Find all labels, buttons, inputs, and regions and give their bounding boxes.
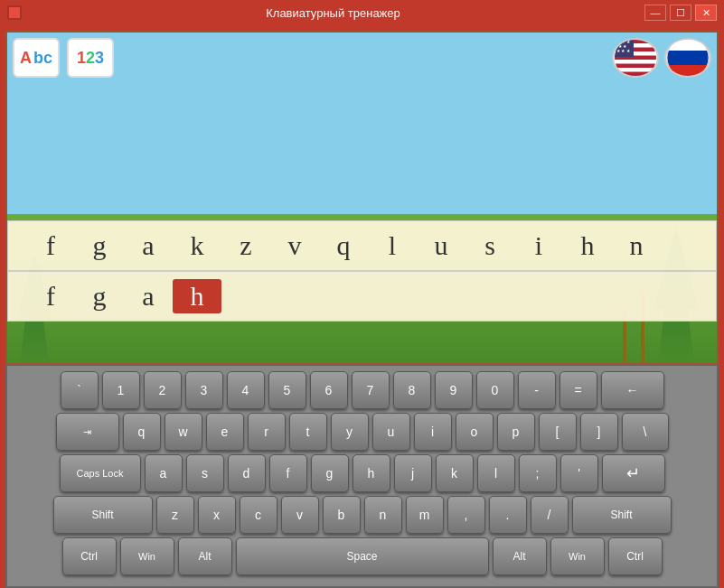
window-controls: — ☐ ✕ [644, 5, 717, 21]
target-letter-k: k [173, 230, 221, 261]
ru-flag-button[interactable] [664, 38, 711, 78]
key-b[interactable]: b [323, 496, 361, 534]
key-backslash[interactable]: \ [622, 413, 669, 451]
num-mode-button[interactable]: 123 [67, 38, 114, 78]
key-alt-left[interactable]: Alt [178, 537, 232, 575]
key-lbracket[interactable]: [ [539, 413, 577, 451]
key-k[interactable]: k [436, 454, 474, 492]
key-ctrl-left[interactable]: Ctrl [62, 537, 117, 575]
key-capslock[interactable]: Caps Lock [60, 454, 141, 492]
typed-letter-g: g [75, 281, 124, 312]
key-6[interactable]: 6 [310, 371, 348, 409]
target-letter-s: s [465, 230, 514, 261]
typed-letter-f: f [26, 281, 75, 312]
key-z[interactable]: z [156, 496, 194, 534]
keyboard-row-bottom: Ctrl Win Alt Space Alt Win Ctrl [14, 537, 710, 575]
title-bar: Клавиатурный тренажер — ☐ ✕ [0, 0, 724, 25]
key-period[interactable]: . [489, 496, 527, 534]
keyboard-row-numbers: ` 1 2 3 4 5 6 7 8 9 0 - = ← [14, 371, 710, 409]
svg-rect-14 [667, 65, 709, 78]
key-backtick[interactable]: ` [61, 371, 99, 409]
key-d[interactable]: d [228, 454, 266, 492]
us-flag-button[interactable]: ★ ★ ★ ★ ★ ★ ★ ★ [612, 38, 659, 78]
key-h[interactable]: h [353, 454, 390, 492]
key-slash[interactable]: / [531, 496, 569, 534]
key-m[interactable]: m [406, 496, 444, 534]
typed-letter-a: a [124, 281, 173, 312]
svg-rect-2 [615, 60, 656, 64]
key-a[interactable]: a [145, 454, 183, 492]
key-shift-right[interactable]: Shift [572, 496, 672, 534]
key-p[interactable]: p [497, 413, 535, 451]
svg-rect-4 [615, 68, 656, 72]
restore-button[interactable]: ☐ [670, 5, 691, 21]
key-0[interactable]: 0 [476, 371, 514, 409]
key-8[interactable]: 8 [393, 371, 431, 409]
key-9[interactable]: 9 [435, 371, 473, 409]
key-5[interactable]: 5 [268, 371, 306, 409]
key-g[interactable]: g [311, 454, 349, 492]
target-letter-g: g [75, 230, 124, 261]
key-j[interactable]: j [394, 454, 432, 492]
target-letter-n: n [612, 230, 661, 261]
key-v[interactable]: v [281, 496, 319, 534]
keyboard: ` 1 2 3 4 5 6 7 8 9 0 - = ← ⇥ q w e r t … [5, 364, 719, 588]
key-l[interactable]: l [477, 454, 515, 492]
key-rbracket[interactable]: ] [580, 413, 618, 451]
key-o[interactable]: o [456, 413, 494, 451]
key-f[interactable]: f [269, 454, 307, 492]
app-icon [7, 5, 22, 20]
key-space[interactable]: Space [236, 537, 489, 575]
close-button[interactable]: ✕ [695, 5, 717, 21]
key-ctrl-right[interactable]: Ctrl [608, 537, 663, 575]
target-letter-i: i [514, 230, 563, 261]
key-win-right[interactable]: Win [550, 537, 605, 575]
key-7[interactable]: 7 [352, 371, 390, 409]
key-w[interactable]: w [165, 413, 202, 451]
main-content: Abc 123 ★ ★ ★ ★ ★ ★ ★ ★ [0, 25, 724, 588]
key-enter[interactable]: ↵ [602, 454, 665, 492]
key-c[interactable]: c [240, 496, 277, 534]
key-1[interactable]: 1 [102, 371, 140, 409]
keyboard-row-asdf: Caps Lock a s d f g h j k l ; ' ↵ [14, 454, 710, 492]
target-letter-z: z [221, 230, 270, 261]
key-t[interactable]: t [289, 413, 327, 451]
mode-buttons: Abc 123 [13, 38, 114, 78]
keyboard-row-shift: Shift z x c v b n m , . / Shift [14, 496, 710, 534]
key-r[interactable]: r [248, 413, 286, 451]
key-i[interactable]: i [414, 413, 452, 451]
key-2[interactable]: 2 [144, 371, 182, 409]
key-backspace[interactable]: ← [601, 371, 664, 409]
window-title: Клавиатурный тренажер [22, 6, 644, 20]
key-s[interactable]: s [186, 454, 224, 492]
key-x[interactable]: x [198, 496, 236, 534]
typing-input-row: f g a h [7, 271, 717, 322]
key-semicolon[interactable]: ; [519, 454, 557, 492]
key-quote[interactable]: ' [560, 454, 598, 492]
target-letter-a: a [124, 230, 173, 261]
key-shift-left[interactable]: Shift [53, 496, 153, 534]
key-e[interactable]: e [206, 413, 244, 451]
target-letter-q: q [319, 230, 368, 261]
key-tab[interactable]: ⇥ [56, 413, 119, 451]
key-comma[interactable]: , [447, 496, 485, 534]
target-letter-l: l [368, 230, 417, 261]
key-win-left[interactable]: Win [120, 537, 174, 575]
key-y[interactable]: y [331, 413, 369, 451]
key-3[interactable]: 3 [185, 371, 223, 409]
key-4[interactable]: 4 [227, 371, 265, 409]
flag-buttons: ★ ★ ★ ★ ★ ★ ★ ★ [612, 38, 711, 78]
key-equals[interactable]: = [559, 371, 597, 409]
target-letter-u: u [417, 230, 465, 261]
key-minus[interactable]: - [518, 371, 556, 409]
typing-target-row: f g a k z v q l u s i h n [7, 220, 717, 271]
minimize-button[interactable]: — [644, 5, 666, 21]
svg-rect-13 [667, 51, 709, 65]
svg-text:★ ★ ★: ★ ★ ★ [616, 48, 631, 53]
key-n[interactable]: n [364, 496, 402, 534]
key-u[interactable]: u [372, 413, 410, 451]
abc-mode-button[interactable]: Abc [13, 38, 60, 78]
key-alt-right[interactable]: Alt [493, 537, 547, 575]
key-q[interactable]: q [123, 413, 161, 451]
typed-letter-current-h: h [173, 279, 221, 313]
